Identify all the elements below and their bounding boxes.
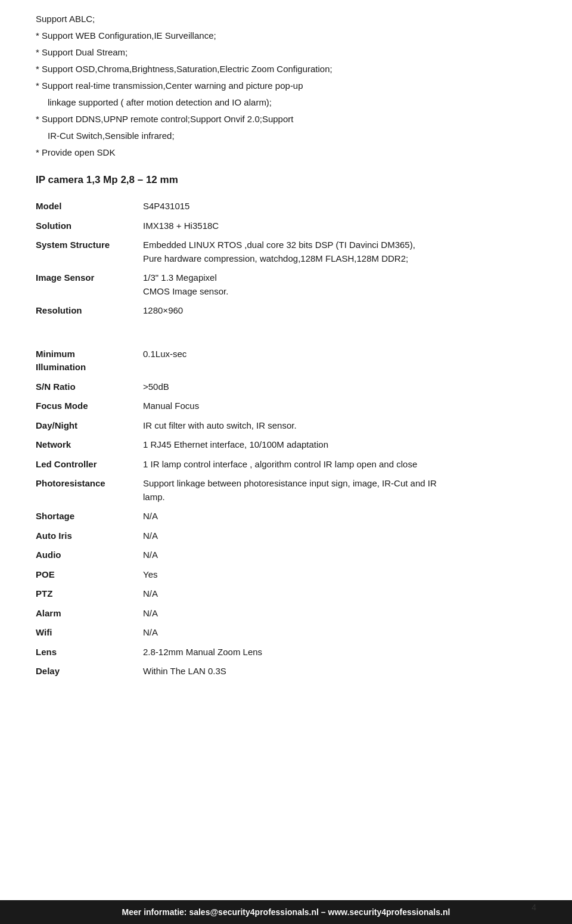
intro-line-2: * Support WEB Configuration,IE Surveilla… (36, 29, 536, 43)
spec-label: Model (36, 197, 143, 216)
spec-value: Embedded LINUX RTOS ,dual core 32 bits D… (143, 235, 536, 268)
spec-value: >50dB (143, 377, 536, 397)
spec-value: 1280×960 (143, 301, 536, 321)
spec-label: Day/Night (36, 416, 143, 436)
spec-value: 1 RJ45 Ethernet interface, 10/100M adapt… (143, 435, 536, 455)
intro-line-3: * Support Dual Stream; (36, 45, 536, 60)
specs-top-table: ModelS4P431015SolutionIMX138 + Hi3518CSy… (36, 197, 536, 321)
table-row: POEYes (36, 565, 536, 585)
table-row: Resolution1280×960 (36, 301, 536, 321)
table-row: Network1 RJ45 Ethernet interface, 10/100… (36, 435, 536, 455)
spec-value: Manual Focus (143, 396, 536, 416)
table-row: Day/NightIR cut filter with auto switch,… (36, 416, 536, 436)
intro-section: Support ABLC; * Support WEB Configuratio… (36, 12, 536, 160)
page-container: Support ABLC; * Support WEB Configuratio… (0, 0, 572, 735)
spec-label: Wifi (36, 623, 143, 643)
table-row: AlarmN/A (36, 604, 536, 624)
spec-label: PTZ (36, 584, 143, 604)
spec-value: 2.8-12mm Manual Zoom Lens (143, 643, 536, 662)
table-row: Led Controller1 IR lamp control interfac… (36, 455, 536, 475)
section-title: IP camera 1,3 Mp 2,8 – 12 mm (36, 174, 536, 186)
intro-line-1: Support ABLC; (36, 12, 536, 26)
spec-label: Photoresistance (36, 474, 143, 507)
spec-label: Network (36, 435, 143, 455)
spec-label: Minimum Illumination (36, 345, 143, 377)
table-row: Minimum Illumination0.1Lux-sec (36, 345, 536, 377)
spec-label: S/N Ratio (36, 377, 143, 397)
intro-line-7: * Support DDNS,UPNP remote control;Suppo… (36, 112, 536, 126)
spec-value: N/A (143, 545, 536, 565)
table-row: Lens2.8-12mm Manual Zoom Lens (36, 643, 536, 662)
intro-line-4: * Support OSD,Chroma,Brightness,Saturati… (36, 62, 536, 76)
intro-line-8: IR-Cut Switch,Sensible infrared; (36, 129, 536, 143)
spec-label: Auto Iris (36, 526, 143, 546)
spec-label: Resolution (36, 301, 143, 321)
spec-label: System Structure (36, 235, 143, 268)
spec-value: Yes (143, 565, 536, 585)
intro-line-9: * Provide open SDK (36, 145, 536, 160)
spec-label: Audio (36, 545, 143, 565)
page-number: 4 (531, 903, 536, 912)
spec-value: Support linkage between photoresistance … (143, 474, 536, 507)
spec-value: 0.1Lux-sec (143, 345, 536, 377)
spec-label: Shortage (36, 507, 143, 526)
intro-line-6: linkage supported ( after motion detecti… (36, 95, 536, 110)
spec-label: Image Sensor (36, 268, 143, 301)
specs-bottom-table: Minimum Illumination0.1Lux-secS/N Ratio>… (36, 345, 536, 681)
spec-value: N/A (143, 584, 536, 604)
spec-value: N/A (143, 604, 536, 624)
table-row: Image Sensor1/3" 1.3 Megapixel CMOS Imag… (36, 268, 536, 301)
table-row: PhotoresistanceSupport linkage between p… (36, 474, 536, 507)
intro-line-5: * Support real-time transmission,Center … (36, 79, 536, 93)
spec-label: Lens (36, 643, 143, 662)
spec-value: N/A (143, 526, 536, 546)
table-row: ShortageN/A (36, 507, 536, 526)
table-row: DelayWithin The LAN 0.3S (36, 662, 536, 681)
spec-label: Focus Mode (36, 396, 143, 416)
table-row: S/N Ratio>50dB (36, 377, 536, 397)
table-row: System StructureEmbedded LINUX RTOS ,dua… (36, 235, 536, 268)
table-row: WifiN/A (36, 623, 536, 643)
table-row: AudioN/A (36, 545, 536, 565)
spec-value: N/A (143, 623, 536, 643)
table-row: ModelS4P431015 (36, 197, 536, 216)
spec-label: Alarm (36, 604, 143, 624)
spec-label: Delay (36, 662, 143, 681)
table-row: SolutionIMX138 + Hi3518C (36, 216, 536, 236)
spec-value: IR cut filter with auto switch, IR senso… (143, 416, 536, 436)
spec-value: S4P431015 (143, 197, 536, 216)
spec-value: 1 IR lamp control interface , algorithm … (143, 455, 536, 475)
spec-label: POE (36, 565, 143, 585)
table-row: Auto IrisN/A (36, 526, 536, 546)
spec-value: N/A (143, 507, 536, 526)
spec-value: 1/3" 1.3 Megapixel CMOS Image sensor. (143, 268, 536, 301)
table-row: PTZN/A (36, 584, 536, 604)
footer: Meer informatie: sales@security4professi… (0, 900, 572, 924)
spec-label: Led Controller (36, 455, 143, 475)
footer-text: Meer informatie: sales@security4professi… (122, 907, 450, 917)
spec-label: Solution (36, 216, 143, 236)
table-row: Focus ModeManual Focus (36, 396, 536, 416)
spec-value: Within The LAN 0.3S (143, 662, 536, 681)
spec-value: IMX138 + Hi3518C (143, 216, 536, 236)
